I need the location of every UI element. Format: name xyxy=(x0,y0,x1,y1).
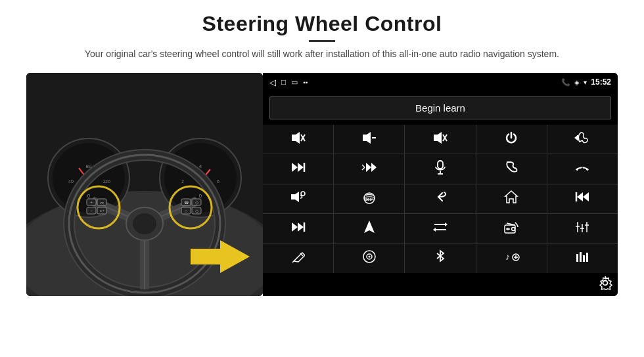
vol-down-icon xyxy=(361,131,377,148)
svg-marker-66 xyxy=(366,163,371,172)
nav-icon xyxy=(363,220,375,238)
svg-text:120: 120 xyxy=(103,179,110,184)
ctrl-radio[interactable] xyxy=(476,214,547,243)
ctrl-record[interactable] xyxy=(334,244,404,273)
equalizer-bars-icon xyxy=(575,250,589,266)
back-icon xyxy=(433,190,448,207)
mute-icon xyxy=(432,131,448,148)
camera-360-icon: 360° xyxy=(360,191,379,207)
ctrl-music-settings[interactable]: ♪ xyxy=(476,244,547,273)
ctrl-vol-down[interactable] xyxy=(334,125,404,154)
settings-bar xyxy=(263,273,618,296)
phone-icon xyxy=(505,161,518,177)
svg-marker-78 xyxy=(577,192,583,201)
ctrl-power[interactable] xyxy=(476,125,547,154)
ctrl-swap[interactable] xyxy=(405,214,475,243)
svg-point-110 xyxy=(603,281,608,285)
ctrl-prev-call[interactable] xyxy=(547,125,618,154)
record-icon xyxy=(362,249,377,267)
ctrl-phone[interactable] xyxy=(476,154,547,183)
ctrl-end-call[interactable] xyxy=(547,154,618,183)
skip-icon xyxy=(291,221,306,236)
svg-marker-56 xyxy=(434,132,442,144)
svg-text:○: ○ xyxy=(185,209,187,213)
svg-text:☎: ☎ xyxy=(184,201,189,205)
ctrl-360[interactable]: 360° xyxy=(334,184,404,213)
ctrl-bluetooth[interactable] xyxy=(405,244,475,273)
svg-marker-61 xyxy=(292,163,298,172)
next-icon xyxy=(291,161,306,177)
svg-text:360°: 360° xyxy=(365,198,374,201)
eq-icon xyxy=(575,220,589,237)
svg-point-88 xyxy=(512,227,515,230)
horn-icon xyxy=(290,190,307,207)
svg-rect-68 xyxy=(438,161,443,169)
ctrl-mute[interactable] xyxy=(405,125,475,154)
svg-text:♪: ♪ xyxy=(505,251,510,262)
control-grid: + xyxy=(263,125,618,273)
location-status-icon: ◈ xyxy=(574,79,580,86)
settings-gear-button[interactable] xyxy=(598,276,612,293)
ctrl-skip[interactable] xyxy=(263,214,333,243)
wifi-status-icon: ▾ xyxy=(584,79,587,86)
ctrl-rewind[interactable] xyxy=(547,184,618,213)
svg-point-29 xyxy=(133,213,156,234)
svg-marker-82 xyxy=(364,220,375,233)
ctrl-vol-up[interactable]: + xyxy=(263,125,333,154)
ctrl-nav[interactable] xyxy=(334,214,404,243)
title-section: Steering Wheel Control Your original car… xyxy=(85,12,559,61)
phone-status-icon: 📞 xyxy=(561,78,570,87)
begin-learn-button[interactable]: Begin learn xyxy=(269,96,611,119)
svg-text:+: + xyxy=(90,200,93,205)
ctrl-next[interactable] xyxy=(263,154,333,183)
page-wrapper: Steering Wheel Control Your original car… xyxy=(0,0,644,357)
subtitle: Your original car's steering wheel contr… xyxy=(85,47,559,61)
rewind-icon xyxy=(575,191,589,206)
begin-learn-section: Begin learn xyxy=(263,91,618,125)
svg-line-65 xyxy=(362,167,365,170)
back-nav-icon[interactable]: ◁ xyxy=(269,77,276,87)
svg-text:40: 40 xyxy=(68,179,74,184)
title-divider xyxy=(309,40,335,42)
svg-text:4: 4 xyxy=(199,163,202,169)
svg-marker-86 xyxy=(433,228,436,232)
fast-forward-icon xyxy=(361,161,378,177)
bluetooth-icon xyxy=(435,249,446,267)
ctrl-fast-forward[interactable] xyxy=(334,154,404,183)
status-right: 📞 ◈ ▾ 15:52 xyxy=(561,77,611,87)
ctrl-horn[interactable] xyxy=(263,184,333,213)
svg-text:0: 0 xyxy=(87,193,91,199)
ctrl-back[interactable] xyxy=(405,184,475,213)
svg-marker-67 xyxy=(371,163,377,172)
android-ui: ◁ □ ▭ ▪▪ 📞 ◈ ▾ 15:52 Begin learn xyxy=(263,73,618,296)
content-area: 80 0 40 120 4 0 2 6 xyxy=(26,73,618,296)
status-left: ◁ □ ▭ ▪▪ xyxy=(269,77,308,87)
svg-text:6: 6 xyxy=(217,179,219,184)
home-nav-icon[interactable]: □ xyxy=(281,77,286,87)
svg-text:−: − xyxy=(90,209,93,213)
ctrl-mic[interactable] xyxy=(405,154,475,183)
status-bar: ◁ □ ▭ ▪▪ 📞 ◈ ▾ 15:52 xyxy=(263,73,618,91)
car-image: 80 0 40 120 4 0 2 6 xyxy=(26,73,263,296)
radio-icon xyxy=(503,220,519,237)
call-prev-icon xyxy=(573,131,591,148)
svg-rect-108 xyxy=(583,255,585,262)
svg-text:+: + xyxy=(301,135,305,142)
svg-marker-62 xyxy=(298,163,304,172)
svg-marker-54 xyxy=(363,132,371,144)
svg-marker-81 xyxy=(298,222,304,232)
ctrl-equalizer-bars[interactable] xyxy=(547,244,618,273)
svg-rect-107 xyxy=(580,252,582,262)
svg-text:2: 2 xyxy=(181,179,184,184)
svg-marker-50 xyxy=(292,132,300,144)
ctrl-edit[interactable] xyxy=(263,244,333,273)
mic-icon xyxy=(434,160,446,178)
svg-rect-49 xyxy=(191,249,223,264)
svg-marker-77 xyxy=(583,192,589,201)
ctrl-eq[interactable] xyxy=(547,214,618,243)
recents-nav-icon[interactable]: ▭ xyxy=(291,78,298,87)
svg-marker-84 xyxy=(445,222,448,226)
svg-marker-80 xyxy=(292,222,298,232)
ctrl-home[interactable] xyxy=(476,184,547,213)
svg-marker-71 xyxy=(291,192,299,202)
